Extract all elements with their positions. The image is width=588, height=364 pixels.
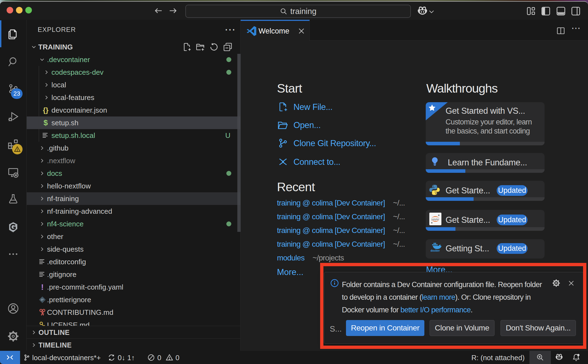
svg-text:jupyter: jupyter bbox=[431, 218, 439, 221]
svg-text:docker: docker bbox=[431, 249, 440, 252]
